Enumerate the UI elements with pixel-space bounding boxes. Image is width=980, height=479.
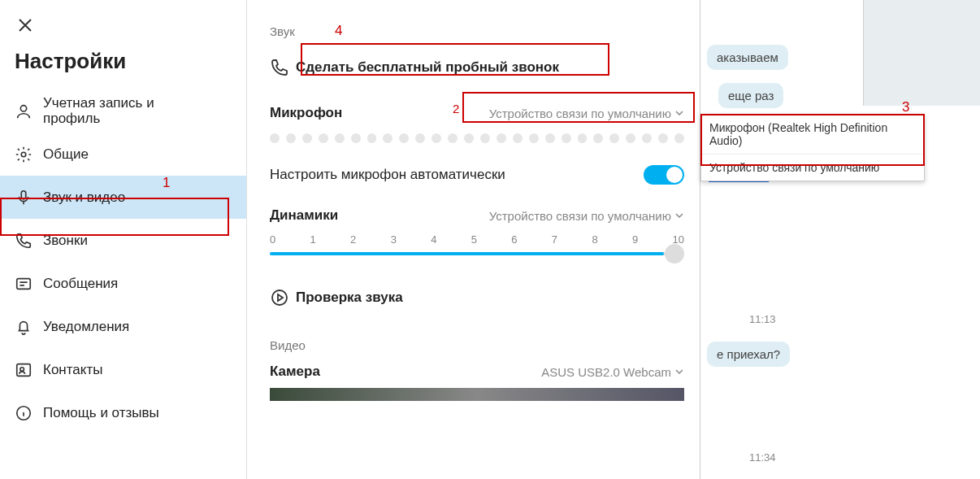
speakers-row: Динамики Устройство связи по умолчанию (270, 207, 684, 224)
annotation-number-4: 4 (335, 23, 342, 39)
sound-check-label: Проверка звука (296, 290, 403, 306)
slider-tick-labels: 012345678910 (270, 233, 684, 246)
sidebar-item-help[interactable]: Помощь и отзывы (0, 391, 246, 434)
microphone-device-dropdown[interactable]: Устройство связи по умолчанию (489, 107, 684, 120)
sidebar-item-label: Уведомления (43, 319, 129, 335)
play-icon (270, 288, 296, 307)
microphone-device-value: Устройство связи по умолчанию (489, 107, 671, 120)
camera-label: Камера (270, 364, 320, 380)
camera-row: Камера ASUS USB2.0 Webcam (270, 364, 684, 380)
close-icon[interactable] (18, 18, 33, 33)
svg-rect-2 (21, 190, 26, 198)
settings-nav: Учетная запись и профиль Общие Звук и ви… (0, 89, 246, 434)
test-call-button[interactable]: Сделать бесплатный пробный звонок (270, 50, 700, 85)
svg-point-1 (21, 152, 26, 157)
message-icon (12, 275, 35, 293)
microphone-level-meter (270, 131, 684, 146)
sound-check-button[interactable]: Проверка звука (270, 280, 700, 316)
person-icon (12, 102, 35, 120)
chevron-down-icon (674, 108, 684, 118)
svg-point-7 (272, 290, 287, 305)
speakers-device-value: Устройство связи по умолчанию (489, 209, 671, 223)
sidebar-item-audio-video[interactable]: Звук и видео (0, 176, 246, 219)
chat-timestamp: 11:13 (749, 313, 776, 325)
video-section-label: Видео (270, 338, 700, 352)
bell-icon (12, 318, 35, 336)
speakers-label: Динамики (270, 207, 338, 224)
svg-point-0 (20, 105, 26, 111)
auto-adjust-mic-toggle[interactable] (644, 165, 684, 185)
camera-device-value: ASUS USB2.0 Webcam (541, 365, 671, 379)
annotation-number-3: 3 (902, 99, 909, 115)
annotation-number-1: 1 (163, 175, 170, 191)
chat-bubble: еще раз (718, 83, 783, 108)
contacts-icon (12, 361, 35, 379)
settings-sidebar: Настройки Учетная запись и профиль Общие… (0, 0, 247, 479)
sidebar-item-account[interactable]: Учетная запись и профиль (0, 89, 246, 133)
svg-rect-3 (17, 278, 31, 289)
sidebar-item-messages[interactable]: Сообщения (0, 262, 246, 305)
annotation-number-2: 2 (453, 102, 459, 115)
chat-bubble: аказываем (707, 45, 788, 70)
chevron-down-icon (674, 211, 684, 220)
test-call-label: Сделать бесплатный пробный звонок (296, 59, 559, 76)
sidebar-item-general[interactable]: Общие (0, 133, 246, 176)
dropdown-option[interactable]: Микрофон (Realtek High Definition Audio) (701, 115, 924, 155)
sidebar-item-label: Общие (43, 146, 89, 163)
info-icon (12, 404, 35, 422)
auto-adjust-mic-label: Настроить микрофон автоматически (270, 167, 505, 183)
microphone-label: Микрофон (270, 105, 342, 121)
auto-adjust-mic-row: Настроить микрофон автоматически (270, 165, 684, 185)
gear-icon (12, 146, 35, 163)
sidebar-item-calls[interactable]: Звонки (0, 219, 246, 262)
camera-device-dropdown[interactable]: ASUS USB2.0 Webcam (541, 365, 684, 379)
chat-background: аказываем еще раз ds/467892/ 11:13 е при… (700, 0, 980, 479)
phone-icon (12, 232, 35, 250)
settings-title: Настройки (15, 49, 126, 74)
sidebar-item-label: Контакты (43, 362, 102, 378)
speakers-device-dropdown[interactable]: Устройство связи по умолчанию (489, 209, 684, 223)
svg-point-5 (20, 367, 24, 371)
sidebar-item-label: Помощь и отзывы (43, 405, 159, 421)
camera-preview (270, 388, 684, 401)
microphone-row: Микрофон Устройство связи по умолчанию (270, 105, 684, 121)
phone-icon (270, 58, 296, 77)
audio-video-panel: Звук Сделать бесплатный пробный звонок М… (247, 0, 700, 479)
sidebar-item-notifications[interactable]: Уведомления (0, 305, 246, 348)
slider-thumb[interactable] (665, 244, 684, 263)
sidebar-item-label: Звук и видео (43, 189, 125, 206)
chevron-down-icon (674, 367, 684, 377)
chat-timestamp: 11:34 (749, 451, 776, 464)
sidebar-item-label: Сообщения (43, 276, 118, 292)
dropdown-option[interactable]: Устройство связи по умолчанию (701, 155, 924, 181)
microphone-icon (12, 189, 35, 207)
speakers-volume-slider[interactable]: 012345678910 (270, 233, 684, 257)
chat-bubble: е приехал? (707, 342, 790, 367)
sidebar-item-label: Учетная запись и профиль (43, 96, 189, 126)
sidebar-item-contacts[interactable]: Контакты (0, 348, 246, 391)
sidebar-item-label: Звонки (43, 233, 88, 249)
microphone-device-menu: Микрофон (Realtek High Definition Audio)… (700, 114, 925, 181)
